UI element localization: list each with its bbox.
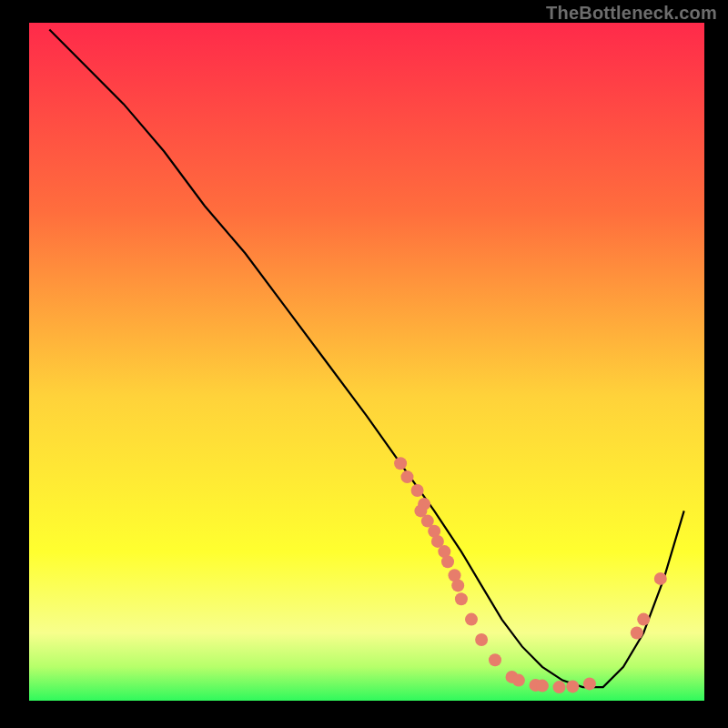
data-point bbox=[411, 484, 424, 497]
data-point bbox=[455, 592, 468, 605]
data-point bbox=[401, 470, 414, 483]
data-point bbox=[583, 677, 596, 690]
data-point bbox=[566, 680, 579, 693]
data-point bbox=[465, 613, 478, 626]
plot-background bbox=[29, 23, 704, 701]
data-point bbox=[451, 579, 464, 592]
data-point bbox=[631, 627, 643, 640]
data-point bbox=[512, 674, 525, 687]
data-point bbox=[441, 555, 454, 568]
data-point bbox=[489, 653, 501, 666]
data-point bbox=[394, 457, 407, 470]
chart-canvas bbox=[0, 0, 728, 728]
watermark-text: TheBottleneck.com bbox=[546, 3, 717, 24]
data-point bbox=[637, 613, 650, 626]
data-point bbox=[654, 572, 667, 585]
data-point bbox=[536, 680, 549, 693]
data-point bbox=[553, 681, 566, 693]
chart-stage: TheBottleneck.com bbox=[0, 0, 728, 728]
data-point bbox=[475, 633, 488, 646]
